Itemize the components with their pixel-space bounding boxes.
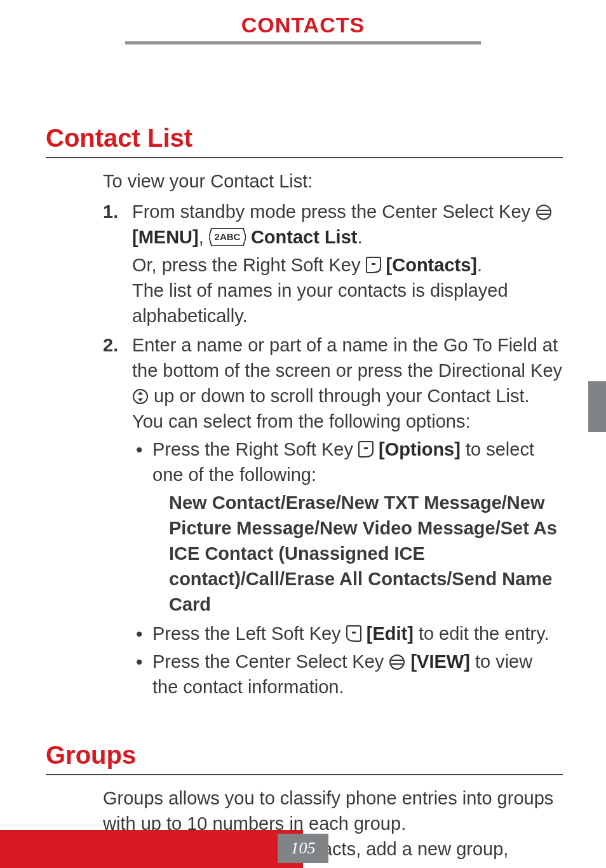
directional-key-updown-icon [132, 388, 149, 405]
groups-p1: Groups allows you to classify phone entr… [103, 785, 563, 836]
center-select-key-icon [389, 654, 405, 670]
right-soft-key-icon [358, 440, 374, 458]
side-tab-marker [588, 381, 606, 432]
section-rule [46, 774, 563, 775]
step-1: 1. From standby mode press the Center Se… [103, 199, 563, 329]
svg-rect-4 [372, 263, 375, 265]
step1-text3: The list of names in your contacts is di… [132, 280, 508, 326]
options-list-text: New Contact/Erase/New TXT Message/New Pi… [152, 490, 563, 617]
svg-rect-8 [364, 447, 368, 449]
center-select-key-icon [535, 204, 552, 220]
page-number: 105 [278, 834, 328, 863]
svg-text:2ABC: 2ABC [214, 231, 240, 242]
bullet-options: Press the Right Soft Key [Options] to se… [136, 437, 563, 617]
key-2abc-icon: 2ABC [209, 227, 246, 252]
text: , [199, 227, 209, 247]
contact-list-label: Contact List [251, 227, 358, 247]
view-label: [VIEW] [410, 651, 469, 672]
section-title-contact-list: Contact List [46, 121, 563, 156]
text: Press the Left Soft Key [152, 623, 346, 644]
step-number: 2. [103, 332, 118, 358]
text: Press the Center Select Key [152, 651, 389, 672]
svg-point-0 [537, 205, 551, 219]
footer-red-bar [0, 830, 303, 868]
section-title-groups: Groups [46, 738, 563, 773]
right-soft-key-icon [366, 256, 381, 274]
text: . [357, 227, 362, 247]
svg-marker-7 [138, 398, 143, 402]
page-header-title: CONTACTS [125, 13, 481, 37]
section-rule [46, 157, 563, 158]
left-soft-key-icon [346, 625, 361, 642]
text: Press the Right Soft Key [152, 439, 358, 459]
text: . [477, 255, 482, 275]
step2-text-b: up or down to scroll through your Contac… [132, 386, 530, 431]
step1-text: From standby mode press the Center Selec… [132, 201, 535, 222]
menu-label: [MENU] [132, 227, 199, 247]
header-rule [125, 41, 481, 44]
options-label: [Options] [379, 439, 461, 459]
step-2: 2. Enter a name or part of a name in the… [103, 332, 563, 700]
step1-text2: Or, press the Right Soft Key [132, 255, 366, 275]
bullet-edit: Press the Left Soft Key [Edit] to edit t… [136, 621, 563, 646]
contacts-label: [Contacts] [386, 255, 477, 275]
intro-text: To view your Contact List: [103, 168, 563, 194]
step-number: 1. [103, 199, 118, 224]
svg-rect-9 [352, 632, 356, 634]
bullet-view: Press the Center Select Key [VIEW] to vi… [136, 649, 563, 700]
step2-text: Enter a name or part of a name in the Go… [132, 335, 562, 381]
edit-label: [Edit] [367, 623, 414, 644]
text: to edit the entry. [419, 623, 549, 644]
svg-point-10 [390, 655, 404, 669]
svg-marker-6 [138, 391, 143, 395]
